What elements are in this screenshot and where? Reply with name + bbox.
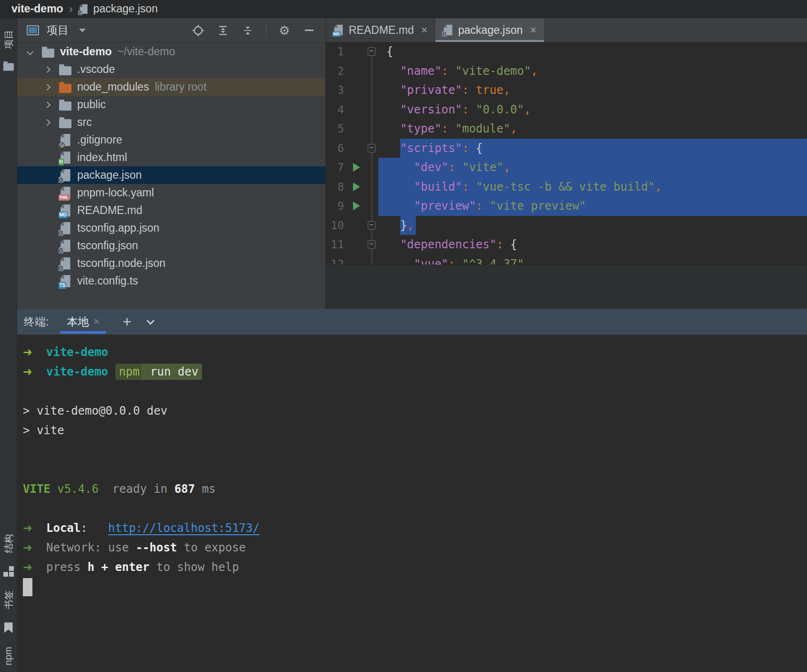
stripe-item-书签[interactable]: 书签 — [0, 586, 18, 613]
settings-gear-icon[interactable]: ⚙ — [278, 24, 291, 37]
collapse-all-button[interactable] — [241, 24, 254, 37]
fold-gutter[interactable] — [365, 177, 378, 197]
fold-gutter[interactable]: − — [365, 216, 378, 235]
code-text[interactable]: "preview": "vite preview" — [378, 196, 807, 216]
tree-item-label: tsconfig.node.json — [77, 257, 165, 270]
tree-item-label: src — [77, 116, 92, 129]
code-text[interactable]: "name": "vite-demo", — [378, 61, 807, 81]
code-text[interactable]: "dev": "vite", — [378, 158, 807, 177]
tree-item-node_modules[interactable]: node_moduleslibrary root — [17, 78, 325, 96]
stripe-item-npm[interactable]: npm — [0, 642, 18, 669]
fold-marker-icon[interactable]: − — [368, 240, 375, 249]
bookmark-icon[interactable] — [4, 622, 13, 633]
expand-all-button[interactable] — [216, 24, 230, 37]
folder-orange-icon — [59, 84, 71, 93]
fold-gutter[interactable] — [365, 158, 378, 177]
new-terminal-button[interactable]: + — [122, 314, 131, 329]
terminal-dropdown-icon[interactable] — [146, 317, 154, 325]
tab-package.json[interactable]: {}package.json× — [435, 18, 545, 42]
fold-marker-icon[interactable]: − — [368, 144, 375, 153]
breadcrumb-file[interactable]: package.json — [93, 2, 158, 15]
code-line-10[interactable]: 10−}, — [326, 216, 807, 235]
fold-gutter[interactable] — [365, 119, 378, 139]
tree-item-package.json[interactable]: {}package.json — [17, 166, 325, 184]
locate-file-button[interactable] — [192, 24, 205, 37]
chevron-right-icon[interactable] — [44, 83, 50, 90]
folder-icon[interactable] — [3, 63, 13, 71]
code-line-8[interactable]: 8"build": "vue-tsc -b && vite build", — [326, 177, 807, 197]
icon-slot: {} — [58, 257, 72, 270]
code-line-2[interactable]: 2"name": "vite-demo", — [326, 61, 807, 81]
code-line-3[interactable]: 3"private": true, — [326, 81, 807, 100]
run-button-icon[interactable] — [353, 163, 360, 172]
fold-gutter[interactable] — [365, 255, 378, 265]
chevron-right-icon[interactable] — [44, 66, 50, 72]
tree-item-vite-demo[interactable]: vite-demo~/vite-demo — [17, 43, 325, 61]
tree-item-public[interactable]: public — [17, 96, 325, 113]
close-icon[interactable]: × — [93, 316, 100, 328]
code-text[interactable]: "private": true, — [378, 81, 807, 100]
terminal-output[interactable]: ➜ vite-demo➜ vite-demo npm run dev> vite… — [17, 335, 807, 596]
breadcrumb-separator-icon: › — [69, 2, 73, 16]
project-panel-title[interactable]: 项目 — [47, 23, 69, 38]
code-line-1[interactable]: 1−{ — [326, 42, 807, 61]
fold-marker-icon[interactable]: − — [368, 221, 375, 230]
run-button-icon[interactable] — [353, 202, 360, 210]
tree-item-pnpm-lock.yaml[interactable]: YMLpnpm-lock.yaml — [17, 184, 325, 202]
fold-marker-icon[interactable]: − — [368, 47, 375, 56]
code-text[interactable]: "type": "module", — [378, 119, 807, 139]
stripe-item-结构[interactable]: 结构 — [0, 530, 18, 557]
fold-gutter[interactable] — [365, 196, 378, 216]
tree-item-src[interactable]: src — [17, 113, 325, 131]
run-button-icon[interactable] — [353, 183, 360, 191]
stripe-item-project[interactable]: 项目 — [0, 26, 18, 52]
chevron-down-icon[interactable] — [79, 29, 86, 32]
chevron-slot — [41, 102, 53, 107]
code-line-4[interactable]: 4"version": "0.0.0", — [326, 100, 807, 120]
tree-item-index.html[interactable]: Hindex.html — [17, 149, 325, 166]
code-editor[interactable]: 1−{2"name": "vite-demo",3"private": true… — [326, 42, 807, 265]
close-icon[interactable]: × — [421, 24, 428, 36]
localhost-link[interactable]: http://localhost:5173/ — [108, 521, 260, 535]
close-icon[interactable]: × — [530, 24, 536, 36]
code-text[interactable]: "scripts": { — [378, 139, 807, 158]
chevron-right-icon[interactable] — [44, 119, 50, 125]
fold-gutter[interactable] — [365, 61, 378, 81]
fold-gutter[interactable]: − — [365, 235, 378, 255]
code-text[interactable]: "vue": "^3.4.37" — [378, 255, 807, 265]
tree-item-.vscode[interactable]: .vscode — [17, 61, 325, 78]
tree-item-README.md[interactable]: MDREADME.md — [17, 202, 325, 219]
hide-panel-button[interactable] — [303, 24, 316, 37]
tree-item-tsconfig.app.json[interactable]: {}tsconfig.app.json — [17, 219, 325, 237]
code-line-11[interactable]: 11−"dependencies": { — [326, 235, 807, 255]
terminal-line-4: > vite-demo@0.0.0 dev — [23, 401, 807, 420]
code-line-7[interactable]: 7"dev": "vite", — [326, 158, 807, 177]
folder-icon — [59, 66, 71, 75]
code-text[interactable]: }, — [378, 216, 807, 235]
project-view-icon[interactable] — [27, 25, 39, 35]
fold-gutter[interactable]: − — [365, 139, 378, 158]
tab-README.md[interactable]: MDREADME.md× — [326, 18, 435, 42]
tree-item-.gitignore[interactable]: .gitignore — [17, 131, 325, 149]
code-line-12[interactable]: 12"vue": "^3.4.37" — [326, 255, 807, 265]
code-text[interactable]: { — [378, 42, 807, 61]
code-text[interactable]: "dependencies": { — [378, 235, 807, 255]
breadcrumb-project[interactable]: vite-demo — [11, 2, 63, 15]
code-line-5[interactable]: 5"type": "module", — [326, 119, 807, 139]
code-line-9[interactable]: 9"preview": "vite preview" — [326, 196, 807, 216]
fold-gutter[interactable] — [365, 100, 378, 120]
code-text[interactable]: "build": "vue-tsc -b && vite build", — [378, 177, 807, 197]
fold-gutter[interactable] — [365, 81, 378, 100]
structure-icon[interactable] — [3, 566, 14, 577]
tree-item-tsconfig.node.json[interactable]: {}tsconfig.node.json — [17, 255, 325, 272]
tree-item-vite.config.ts[interactable]: TSvite.config.ts — [17, 272, 325, 290]
chevron-right-icon[interactable] — [44, 101, 50, 108]
terminal-tab-local[interactable]: 本地 × — [58, 309, 108, 335]
tree-item-annotation: ~/vite-demo — [118, 45, 175, 58]
fold-gutter[interactable]: − — [365, 42, 378, 61]
code-line-6[interactable]: 6−"scripts": { — [326, 139, 807, 158]
code-text[interactable]: "version": "0.0.0", — [378, 100, 807, 120]
file-yml-icon: YML — [61, 187, 71, 199]
chevron-down-icon[interactable] — [27, 48, 33, 55]
tree-item-tsconfig.json[interactable]: {}tsconfig.json — [17, 237, 325, 255]
